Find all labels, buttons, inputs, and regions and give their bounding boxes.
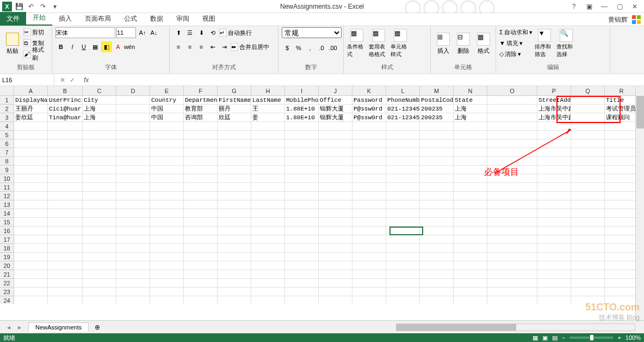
cell[interactable] [454, 148, 487, 157]
cell[interactable] [83, 192, 116, 200]
cell[interactable] [605, 183, 639, 192]
cell[interactable] [454, 261, 487, 270]
cell[interactable] [285, 288, 319, 296]
cell[interactable] [218, 157, 251, 166]
cell[interactable] [454, 235, 487, 244]
cell[interactable]: 中国 [150, 113, 184, 122]
cell[interactable] [83, 166, 116, 174]
cell[interactable] [605, 218, 639, 227]
row-header[interactable]: 17 [0, 235, 14, 244]
cell[interactable] [251, 261, 285, 270]
cell[interactable] [571, 227, 605, 235]
cell[interactable] [386, 131, 420, 139]
cell[interactable] [571, 244, 605, 253]
cell[interactable] [454, 244, 487, 253]
cell[interactable] [352, 296, 386, 304]
cell[interactable] [537, 148, 571, 157]
row-header[interactable]: 21 [0, 270, 14, 279]
cell[interactable] [487, 131, 537, 139]
cell[interactable]: 王 [251, 105, 285, 113]
cell[interactable] [285, 183, 319, 192]
column-header[interactable]: E [150, 86, 184, 95]
cell[interactable]: 教育部 [184, 105, 218, 113]
cell[interactable] [150, 244, 184, 253]
cell[interactable] [420, 244, 454, 253]
cell[interactable] [218, 192, 251, 200]
cell[interactable] [184, 200, 218, 209]
row-header[interactable]: 13 [0, 200, 14, 209]
row-header[interactable]: 3 [0, 113, 14, 122]
cell[interactable] [352, 235, 386, 244]
grow-font-icon[interactable]: A↑ [137, 27, 148, 38]
tab-home[interactable]: 开始 [26, 11, 52, 26]
cell[interactable] [83, 270, 116, 279]
cell[interactable] [319, 183, 352, 192]
cell[interactable] [83, 148, 116, 157]
fx-icon[interactable]: fx [81, 76, 89, 84]
cell[interactable] [116, 174, 150, 183]
phonetic-button[interactable]: wén [124, 41, 135, 52]
cell[interactable] [571, 253, 605, 261]
cell[interactable] [487, 200, 537, 209]
cell[interactable] [251, 183, 285, 192]
row-header[interactable]: 16 [0, 227, 14, 235]
cell[interactable]: PhoneNumber [386, 96, 420, 105]
cell[interactable] [420, 200, 454, 209]
cell[interactable] [116, 96, 150, 105]
cell[interactable] [184, 209, 218, 218]
cell[interactable] [251, 122, 285, 131]
cell[interactable] [285, 227, 319, 235]
cell[interactable] [116, 122, 150, 131]
cell[interactable] [386, 157, 420, 166]
cell[interactable] [251, 253, 285, 261]
cell[interactable] [454, 279, 487, 288]
dec-decimal-icon[interactable]: .00 [327, 42, 338, 53]
cell[interactable] [48, 279, 83, 288]
cell[interactable] [83, 209, 116, 218]
cell[interactable] [571, 279, 605, 288]
cell[interactable] [420, 253, 454, 261]
cell[interactable] [116, 270, 150, 279]
orientation-icon[interactable]: ⟲ [207, 27, 218, 38]
row-header[interactable]: 9 [0, 166, 14, 174]
italic-button[interactable]: I [67, 41, 78, 52]
cell[interactable] [537, 288, 571, 296]
cell[interactable] [48, 261, 83, 270]
cell[interactable] [352, 218, 386, 227]
cell[interactable] [386, 261, 420, 270]
cell[interactable]: Tina@huar [48, 113, 83, 122]
cell[interactable]: 上海 [83, 113, 116, 122]
cell[interactable] [184, 166, 218, 174]
cell[interactable] [420, 166, 454, 174]
cell[interactable] [14, 235, 48, 244]
cell[interactable] [420, 227, 454, 235]
cell[interactable] [83, 157, 116, 166]
underline-button[interactable]: U [78, 41, 89, 52]
cell[interactable] [420, 183, 454, 192]
cell[interactable] [285, 200, 319, 209]
cell[interactable] [251, 174, 285, 183]
cell[interactable] [352, 139, 386, 148]
cell[interactable] [420, 157, 454, 166]
column-header[interactable]: P [537, 86, 571, 95]
qat-customize-icon[interactable]: ▾ [50, 2, 60, 11]
cell[interactable] [251, 296, 285, 304]
sheet-tab[interactable]: NewAssignments [28, 322, 89, 332]
row-header[interactable]: 23 [0, 288, 14, 296]
cell[interactable] [487, 96, 537, 105]
table-format-button[interactable]: ▦套用表格格式 [369, 27, 388, 60]
percent-icon[interactable]: % [293, 42, 304, 53]
add-sheet-button[interactable]: ⊕ [92, 322, 103, 333]
cell[interactable] [487, 296, 537, 304]
cell[interactable] [386, 200, 420, 209]
zoom-in-icon[interactable]: + [617, 334, 621, 341]
cell[interactable] [48, 166, 83, 174]
cell[interactable] [251, 279, 285, 288]
cell[interactable] [218, 131, 251, 139]
cell[interactable] [571, 105, 605, 113]
cell[interactable] [537, 174, 571, 183]
cell[interactable] [14, 227, 48, 235]
cell[interactable] [537, 139, 571, 148]
cell[interactable] [116, 200, 150, 209]
font-name-input[interactable] [55, 27, 115, 38]
